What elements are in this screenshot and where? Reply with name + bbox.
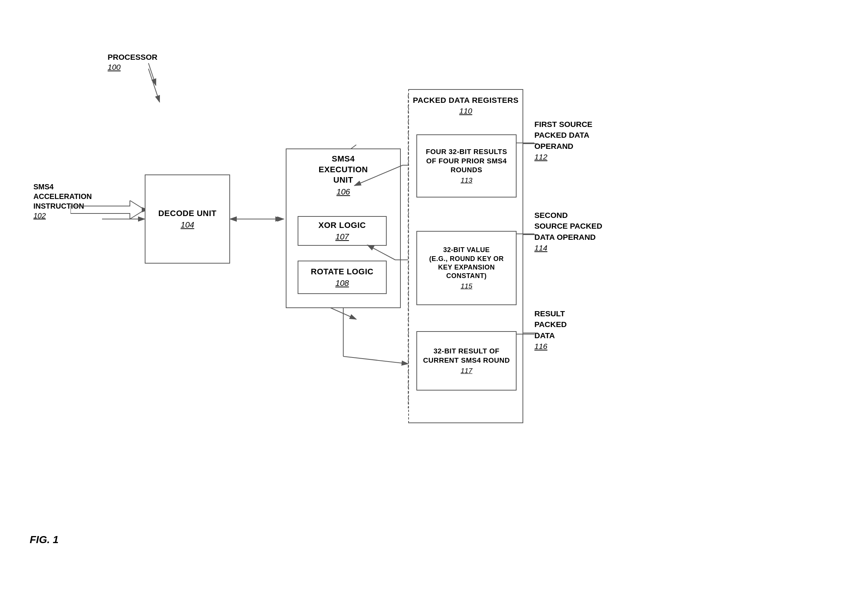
line-112 xyxy=(523,143,538,145)
svg-marker-17 xyxy=(71,201,145,219)
value-box: 32-BIT VALUE(E.G., ROUND KEY ORKEY EXPAN… xyxy=(416,231,517,305)
line-116 xyxy=(523,332,538,334)
connection-arrows xyxy=(286,89,427,423)
instruction-arrow xyxy=(71,201,152,226)
decode-unit-box: DECODE UNIT 104 xyxy=(145,174,230,264)
svg-line-25 xyxy=(354,165,403,186)
fig-label: FIG. 1 xyxy=(30,534,59,546)
svg-line-27 xyxy=(368,245,395,260)
four-results-box: FOUR 32-BIT RESULTSOF FOUR PRIOR SMS4ROU… xyxy=(416,134,517,198)
svg-line-29 xyxy=(343,356,408,364)
second-source-label: SECOND SOURCE PACKED DATA OPERAND 114 xyxy=(534,210,602,254)
result-packed-label: RESULT PACKED DATA 116 xyxy=(534,308,567,352)
processor-ptr-arrow xyxy=(119,69,171,109)
line-114 xyxy=(523,234,538,235)
diagram-container: PROCESSOR 100 SMS4 ACCELERATION INSTRUCT… xyxy=(22,37,846,550)
first-source-label: FIRST SOURCE PACKED DATA OPERAND 112 xyxy=(534,119,592,163)
svg-line-34 xyxy=(148,69,159,102)
current-round-box: 32-BIT RESULT OFCURRENT SMS4 ROUND 117 xyxy=(416,331,517,390)
decode-exec-arrow xyxy=(228,213,288,225)
